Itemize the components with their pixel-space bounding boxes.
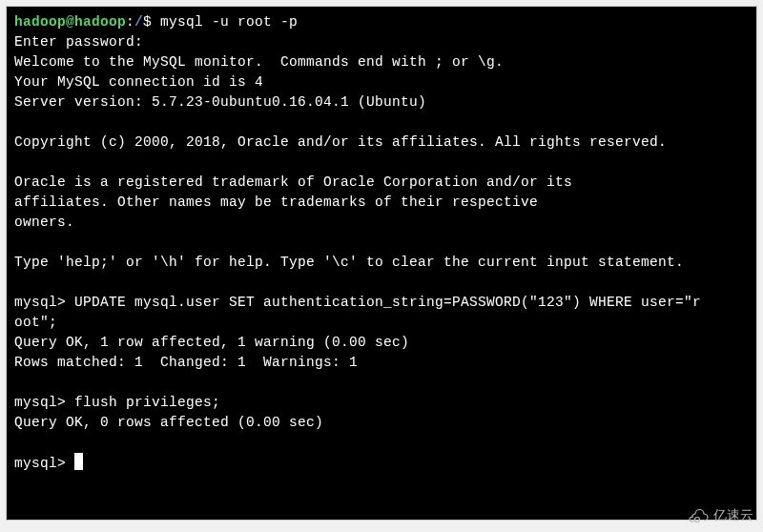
query-ok-line-2: Query OK, 0 rows affected (0.00 sec) <box>14 413 749 433</box>
mysql-update-line-wrap: oot"; <box>14 313 749 333</box>
prompt-line: hadoop@hadoop:/$ mysql -u root -p <box>14 12 749 32</box>
sql-update-stmt-2: oot"; <box>14 315 57 330</box>
mysql-prompt: mysql> <box>14 456 74 471</box>
help-line: Type 'help;' or '\h' for help. Type '\c'… <box>14 253 749 273</box>
cloud-icon <box>685 507 710 524</box>
mysql-prompt: mysql> <box>14 395 74 410</box>
query-ok-line-1: Query OK, 1 row affected, 1 warning (0.0… <box>14 333 749 353</box>
oracle-line-3: owners. <box>14 213 749 233</box>
prompt-sep2: $ <box>143 14 160 30</box>
svg-point-0 <box>695 518 700 522</box>
blank-line <box>14 113 749 133</box>
mysql-flush-line: mysql> flush privileges; <box>14 393 749 413</box>
watermark: 亿速云 <box>685 507 753 524</box>
blank-line <box>14 153 749 173</box>
prompt-path: / <box>134 14 143 30</box>
connection-id-line: Your MySQL connection id is 4 <box>14 72 749 92</box>
mysql-prompt: mysql> <box>14 295 74 310</box>
blank-line <box>14 373 749 393</box>
oracle-line-1: Oracle is a registered trademark of Orac… <box>14 173 749 193</box>
cursor-icon <box>74 453 83 470</box>
rows-matched-line: Rows matched: 1 Changed: 1 Warnings: 1 <box>14 353 749 373</box>
blank-line <box>14 273 749 293</box>
command-text: mysql -u root -p <box>160 14 298 30</box>
welcome-line: Welcome to the MySQL monitor. Commands e… <box>14 52 749 72</box>
enter-password-line: Enter password: <box>14 32 749 52</box>
sql-update-stmt-1: UPDATE mysql.user SET authentication_str… <box>74 295 701 310</box>
oracle-line-2: affiliates. Other names may be trademark… <box>14 193 749 213</box>
mysql-cursor-line[interactable]: mysql> <box>14 453 749 474</box>
prompt-user: hadoop@hadoop <box>14 14 126 30</box>
sql-flush-stmt: flush privileges; <box>74 395 220 410</box>
copyright-line: Copyright (c) 2000, 2018, Oracle and/or … <box>14 133 749 153</box>
terminal-window[interactable]: hadoop@hadoop:/$ mysql -u root -p Enter … <box>6 6 757 521</box>
blank-line <box>14 433 749 453</box>
prompt-sep1: : <box>126 14 134 30</box>
server-version-line: Server version: 5.7.23-0ubuntu0.16.04.1 … <box>14 92 749 113</box>
watermark-text: 亿速云 <box>713 507 753 524</box>
mysql-update-line: mysql> UPDATE mysql.user SET authenticat… <box>14 293 749 313</box>
blank-line <box>14 233 749 253</box>
